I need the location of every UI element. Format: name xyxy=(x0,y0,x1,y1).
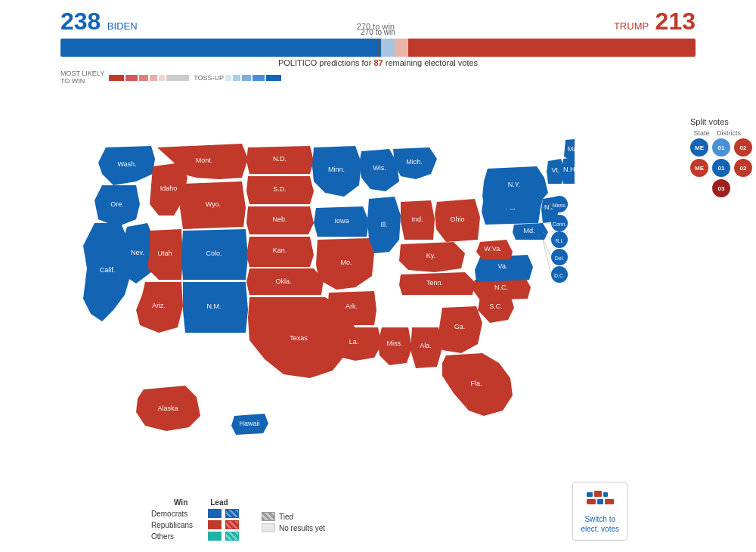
state-mississippi[interactable] xyxy=(378,327,412,365)
state-oregon[interactable] xyxy=(94,185,140,227)
trump-bar xyxy=(408,39,696,57)
state-indiana[interactable] xyxy=(401,200,435,240)
legend-win-label: Win xyxy=(174,498,187,507)
split-row-me-blue: ME 01 02 xyxy=(690,138,752,157)
state-wisconsin[interactable] xyxy=(359,149,399,191)
state-georgia[interactable] xyxy=(438,306,482,353)
legend-misc-section: Tied No results yet xyxy=(262,498,325,532)
legend-lead-label: Lead xyxy=(210,498,228,507)
state-dc[interactable] xyxy=(551,266,568,283)
split-state-me-red[interactable]: ME xyxy=(690,159,708,177)
lb-tossup xyxy=(166,75,189,81)
split-row-me-d3: 03 xyxy=(690,179,752,197)
legend-others-lead-swatch xyxy=(225,532,239,541)
likelihood-legend: MOST LIKELYTO WIN TOSS-UP xyxy=(60,70,696,85)
split-row-me-red: ME 01 02 xyxy=(690,159,752,177)
split-votes-panel: Split votes State Districts ME 01 02 ME … xyxy=(690,117,752,200)
split-d1-01[interactable]: 01 xyxy=(712,138,730,157)
split-d1-02[interactable]: 02 xyxy=(734,138,752,157)
state-massachusetts[interactable] xyxy=(551,196,568,212)
legend-others-row: Others xyxy=(151,532,239,541)
legend-others-win-swatch xyxy=(208,532,222,541)
legend-dem-lead-swatch xyxy=(225,509,239,518)
state-kansas[interactable] xyxy=(246,237,314,267)
map-container: Wash. Ore. Calif. Nev. Idaho Mont. Wyo. … xyxy=(60,117,726,492)
legend-rep-row: Republicans xyxy=(151,520,239,529)
state-colorado[interactable] xyxy=(181,229,248,280)
legend-tied-label: Tied xyxy=(279,513,293,521)
lb-red xyxy=(125,75,138,81)
split-d2-02[interactable]: 02 xyxy=(734,159,752,177)
legend-noresults-label: No results yet xyxy=(279,524,325,532)
state-alaska[interactable] xyxy=(136,386,200,431)
lb-deep-red xyxy=(109,75,124,81)
legend-noresults-swatch xyxy=(262,523,275,532)
state-utah[interactable] xyxy=(147,229,183,280)
state-arizona[interactable] xyxy=(136,282,183,333)
state-kentucky[interactable] xyxy=(399,242,465,272)
split-state-me-blue[interactable]: ME xyxy=(690,138,708,157)
state-illinois[interactable] xyxy=(367,197,401,253)
state-westvirginia[interactable] xyxy=(476,240,513,259)
state-newyork[interactable] xyxy=(482,166,548,209)
legend-noresults-row: No results yet xyxy=(262,523,325,532)
state-ohio[interactable] xyxy=(435,199,480,242)
svg-rect-7 xyxy=(587,499,596,504)
state-louisiana[interactable] xyxy=(327,327,382,361)
trump-label: TRUMP xyxy=(614,20,649,32)
state-florida[interactable] xyxy=(442,353,513,416)
lb-med-red xyxy=(139,75,148,81)
svg-rect-8 xyxy=(597,499,603,504)
state-michigan[interactable] xyxy=(393,147,437,179)
state-alabama[interactable] xyxy=(411,327,442,368)
state-maryland[interactable] xyxy=(513,223,548,240)
state-arkansas[interactable] xyxy=(327,291,376,325)
legend-dem-win-swatch xyxy=(208,509,222,518)
switch-btn-label: Switch toelect. votes xyxy=(581,514,619,534)
split-votes-headers: State Districts xyxy=(690,129,752,137)
lb-med-blue xyxy=(242,75,251,81)
lb-deep-blue xyxy=(266,75,281,81)
legend-tied-swatch xyxy=(262,512,275,521)
state-wyoming[interactable] xyxy=(180,181,246,229)
state-tennessee[interactable] xyxy=(399,272,475,295)
state-rhodeisland[interactable] xyxy=(551,231,568,248)
state-minnesota[interactable] xyxy=(312,146,361,197)
state-connecticut[interactable] xyxy=(551,215,568,231)
state-connector-dc xyxy=(543,240,551,274)
switch-electoral-votes-button[interactable]: Switch toelect. votes xyxy=(572,482,627,541)
bottom-legend: Win Lead Democrats Republicans Others Ti… xyxy=(151,498,325,541)
lb-light-red xyxy=(150,75,157,81)
lb-blue xyxy=(253,75,265,81)
split-state-header: State xyxy=(690,129,713,137)
trump-remaining-bar xyxy=(395,39,408,57)
state-southdakota[interactable] xyxy=(246,176,314,204)
biden-remaining-bar xyxy=(381,39,395,57)
lb-light-blue xyxy=(233,75,240,81)
state-missouri[interactable] xyxy=(316,238,374,290)
win-270-marker xyxy=(378,39,380,57)
state-newmexico[interactable] xyxy=(183,282,248,333)
split-d3-03[interactable]: 03 xyxy=(712,179,730,197)
state-washington[interactable] xyxy=(98,146,155,185)
svg-rect-6 xyxy=(603,492,608,497)
us-map-svg: Wash. Ore. Calif. Nev. Idaho Mont. Wyo. … xyxy=(60,117,575,465)
state-northdakota[interactable] xyxy=(246,146,314,174)
legend-rep-win-swatch xyxy=(208,520,222,529)
svg-rect-5 xyxy=(594,491,602,497)
split-districts-header: Districts xyxy=(717,129,735,137)
most-likely-label: MOST LIKELYTO WIN xyxy=(60,70,104,85)
biden-score: 238 xyxy=(60,8,101,35)
legend-others-label: Others xyxy=(151,532,204,541)
split-votes-title: Split votes xyxy=(690,117,752,126)
state-hawaii[interactable] xyxy=(231,414,268,435)
state-oklahoma[interactable] xyxy=(246,268,324,295)
state-nebraska[interactable] xyxy=(246,206,314,234)
split-d2-01[interactable]: 01 xyxy=(712,159,730,177)
state-delaware[interactable] xyxy=(551,249,568,265)
biden-label: BIDEN xyxy=(107,20,138,32)
legend-dem-label: Democrats xyxy=(151,510,204,518)
state-iowa[interactable] xyxy=(314,206,369,237)
predictions-row: POLITICO predictions for 87 remaining el… xyxy=(60,58,696,67)
lb-pale-blue xyxy=(225,75,231,81)
